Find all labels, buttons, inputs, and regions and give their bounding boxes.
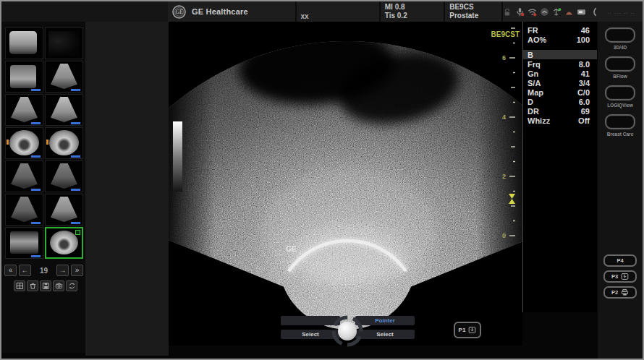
- thumbnail[interactable]: [45, 160, 83, 192]
- param-row: Map C/0: [523, 87, 597, 97]
- ultrasound-system-screen: GE GE Healthcare xx MI 0.8 Tis 0.2 BE9CS…: [0, 0, 644, 360]
- param-label: B: [528, 51, 533, 59]
- mode-button-logiqview[interactable]: [605, 85, 635, 100]
- delete-icon: [29, 282, 37, 290]
- sync-icon: [68, 282, 76, 290]
- p2-label: P2: [611, 289, 618, 296]
- param-label: Frq: [528, 60, 541, 69]
- svg-text:2: 2: [502, 173, 506, 180]
- last-page-button[interactable]: »: [71, 265, 83, 276]
- camera-icon: [55, 282, 63, 290]
- signal-mound-icon: [564, 7, 574, 17]
- thumbnail[interactable]: [5, 127, 43, 159]
- thumbnail[interactable]: [45, 94, 83, 126]
- acoustic-output-section: MI 0.8 Tis 0.2: [381, 1, 445, 22]
- thumbnail-tag: [71, 222, 80, 224]
- sync-button[interactable]: [66, 280, 77, 291]
- thumbnail[interactable]: [5, 61, 43, 93]
- p1-label: P1: [459, 327, 466, 333]
- thumbnail[interactable]: [45, 227, 83, 259]
- p1-button[interactable]: P1: [454, 322, 481, 338]
- thumbnail-grid: [5, 27, 83, 259]
- orientation-marker: [7, 140, 9, 145]
- svg-text:6: 6: [502, 54, 506, 61]
- param-label: D: [528, 98, 533, 106]
- preset-name: Prostate: [449, 12, 501, 20]
- p2-button[interactable]: P2: [603, 286, 637, 299]
- ultrasound-display[interactable]: BE9CST GE 6: [169, 22, 522, 346]
- p4-button[interactable]: P4: [603, 254, 637, 267]
- tis-value: Tis 0.2: [385, 12, 444, 20]
- param-label: Gn: [528, 69, 538, 78]
- mode-button-3d4d[interactable]: [605, 27, 635, 43]
- param-value: 41: [581, 69, 590, 78]
- param-row: Frq 8.0: [523, 59, 597, 69]
- thumbnail-pager: « ← 19 → »: [4, 265, 83, 276]
- mode-label: BFlow: [613, 74, 627, 79]
- patient-id-section[interactable]: xx: [297, 1, 381, 22]
- param-value: 6.0: [579, 98, 590, 106]
- grayscale-bar: [173, 121, 182, 192]
- export-icon: [468, 326, 476, 334]
- left-panel-strip: [85, 22, 169, 356]
- orientation-marker: [46, 140, 48, 145]
- printer-icon: [621, 288, 629, 296]
- topbar-left-filler: [1, 1, 168, 22]
- speaker-icon: [589, 7, 598, 17]
- thumbnail[interactable]: [5, 227, 43, 259]
- param-label: S/A: [528, 79, 541, 87]
- svg-text:4: 4: [502, 113, 506, 121]
- thumbnail[interactable]: [5, 194, 43, 226]
- mode-key-column: 3D/4D BFlow LOGIQView Breast Care P4 P3: [598, 22, 643, 359]
- prev-page-button[interactable]: ←: [19, 265, 31, 276]
- mic-icon: [515, 7, 525, 17]
- save-button[interactable]: [40, 280, 51, 291]
- mode-button-breastcare[interactable]: [605, 114, 635, 129]
- thumbnail-tag: [71, 155, 80, 158]
- export-icon: [621, 273, 629, 280]
- first-page-button[interactable]: «: [4, 265, 17, 276]
- patient-id-text: xx: [301, 12, 309, 20]
- thumbnail[interactable]: [5, 27, 43, 59]
- next-page-button[interactable]: →: [56, 265, 69, 276]
- thumbnail-tag: [71, 89, 80, 91]
- phone-icon: [540, 7, 549, 17]
- thumbnail[interactable]: [5, 94, 43, 126]
- mode-button-bflow[interactable]: [605, 56, 635, 72]
- thumbnail-tag: [31, 189, 41, 191]
- camera-button[interactable]: [53, 280, 64, 291]
- preset-section: BE9CS Prostate: [445, 1, 503, 22]
- param-row: DR 69: [523, 106, 597, 116]
- delete-button[interactable]: [27, 280, 38, 291]
- mode-label: 3D/4D: [614, 45, 627, 50]
- ge-watermark: GE: [286, 245, 297, 253]
- scan-fan: [169, 22, 522, 346]
- grid-icon: [16, 282, 24, 290]
- topbar: GE GE Healthcare xx MI 0.8 Tis 0.2 BE9CS…: [168, 1, 643, 22]
- thumbnail[interactable]: [45, 127, 83, 159]
- thumbnail[interactable]: [45, 194, 83, 226]
- param-row-mode-b: B: [523, 50, 597, 59]
- trackball[interactable]: [338, 322, 357, 340]
- mode-key-3d4d: 3D/4D: [598, 27, 643, 50]
- ge-logo-icon: GE: [172, 5, 186, 19]
- clipboard-toolbar: [14, 280, 77, 291]
- mode-key-bflow: BFlow: [598, 56, 643, 79]
- p4-label: P4: [617, 257, 623, 264]
- save-icon: [42, 282, 50, 290]
- p3-button[interactable]: P3: [603, 270, 637, 283]
- thumbnail-tag: [31, 155, 41, 158]
- param-row: D 6.0: [523, 97, 597, 106]
- mode-key-logiqview: LOGIQView: [598, 85, 643, 108]
- grid-view-button[interactable]: [14, 280, 25, 291]
- thumbnail[interactable]: [5, 160, 43, 192]
- thumbnail-tag: [31, 122, 41, 124]
- param-value: 46: [581, 26, 590, 35]
- page-number: 19: [33, 267, 54, 275]
- thumbnail[interactable]: [45, 27, 83, 59]
- thumbnail[interactable]: [45, 61, 83, 93]
- lock-open-icon: [503, 7, 512, 17]
- param-row: Whizz Off: [523, 116, 597, 125]
- param-value: 3/4: [579, 79, 590, 87]
- mode-label: LOGIQView: [607, 103, 633, 108]
